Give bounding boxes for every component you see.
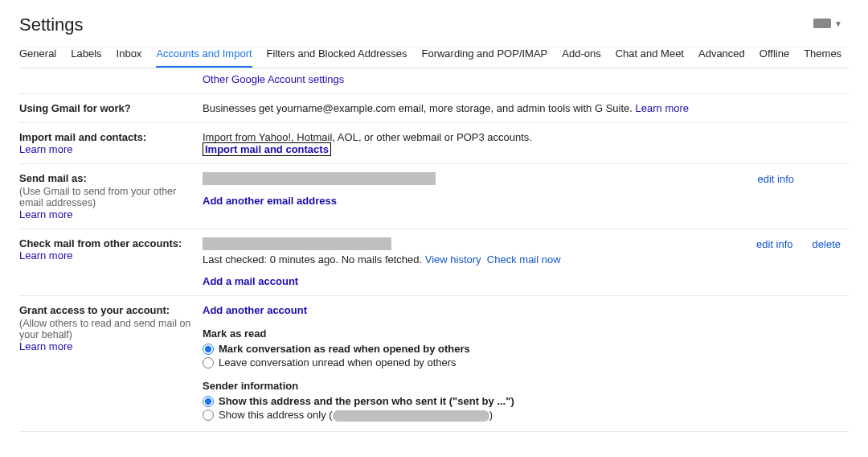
- tab-inbox[interactable]: Inbox: [117, 47, 142, 68]
- add-another-email-link[interactable]: Add another email address: [203, 195, 337, 207]
- send-as-edit-info-link[interactable]: edit info: [757, 173, 794, 185]
- mark-read-radio-2[interactable]: [203, 357, 214, 368]
- sender-info-label-1[interactable]: Show this address and the person who sen…: [219, 395, 514, 407]
- check-mail-learn-more-link[interactable]: Learn more: [19, 249, 72, 261]
- view-history-link[interactable]: View history: [425, 253, 481, 266]
- send-as-address-redacted: [203, 172, 436, 185]
- tab-themes[interactable]: Themes: [804, 47, 841, 68]
- sender-address-redacted: [333, 410, 489, 422]
- mark-read-label-1[interactable]: Mark conversation as read when opened by…: [219, 343, 470, 355]
- tab-labels[interactable]: Labels: [71, 47, 101, 68]
- send-mail-as-sublabel: (Use Gmail to send from your other email…: [19, 186, 203, 208]
- gmail-for-work-text: Businesses get yourname@example.com emai…: [203, 102, 636, 114]
- mark-read-label-2[interactable]: Leave conversation unread when opened by…: [219, 356, 457, 368]
- tab-forwarding[interactable]: Forwarding and POP/IMAP: [421, 47, 547, 68]
- add-another-account-link[interactable]: Add another account: [203, 304, 307, 316]
- check-mail-address-redacted: [203, 237, 391, 250]
- tab-general[interactable]: General: [19, 47, 56, 68]
- sender-info-radio-2[interactable]: [203, 410, 214, 421]
- section-check-mail: Check mail from other accounts: Learn mo…: [19, 228, 849, 295]
- tab-advanced[interactable]: Advanced: [698, 47, 745, 68]
- tab-chat[interactable]: Chat and Meet: [616, 47, 684, 68]
- section-grant-access: Grant access to your account: (Allow oth…: [19, 295, 849, 431]
- import-learn-more-link[interactable]: Learn more: [19, 143, 72, 155]
- settings-tabs: General Labels Inbox Accounts and Import…: [19, 47, 849, 68]
- import-mail-label: Import mail and contacts:: [19, 131, 203, 143]
- mark-as-read-heading: Mark as read: [203, 327, 849, 340]
- grant-access-learn-more-link[interactable]: Learn more: [19, 340, 72, 352]
- import-mail-contacts-link[interactable]: Import mail and contacts: [203, 142, 331, 156]
- keyboard-icon: [813, 19, 831, 28]
- check-mail-label: Check mail from other accounts:: [19, 237, 203, 249]
- section-send-mail-as: Send mail as: (Use Gmail to send from yo…: [19, 163, 849, 228]
- gmail-for-work-learn-more-link[interactable]: Learn more: [636, 102, 689, 114]
- check-mail-now-link[interactable]: Check mail now: [487, 253, 561, 266]
- tab-filters[interactable]: Filters and Blocked Addresses: [267, 47, 407, 68]
- import-description: Import from Yahoo!, Hotmail, AOL, or oth…: [203, 131, 849, 143]
- check-mail-delete-link[interactable]: delete: [813, 238, 841, 250]
- sender-info-label-2[interactable]: Show this address only (): [219, 409, 493, 422]
- account-settings-partial: Other Google Account settings: [19, 73, 849, 93]
- grant-access-label: Grant access to your account:: [19, 304, 203, 316]
- grant-access-sublabel: (Allow others to read and send mail on y…: [19, 318, 203, 340]
- page-title: Settings: [19, 0, 84, 47]
- check-mail-edit-info-link[interactable]: edit info: [756, 238, 793, 250]
- tab-accounts-import[interactable]: Accounts and Import: [156, 47, 252, 68]
- sender-info-heading: Sender information: [203, 380, 849, 392]
- section-gmail-for-work: Using Gmail for work? Businesses get you…: [19, 93, 849, 122]
- chevron-down-icon: ▼: [834, 19, 842, 28]
- tab-offline[interactable]: Offline: [760, 47, 789, 68]
- tab-addons[interactable]: Add-ons: [562, 47, 600, 68]
- sender-info-radio-1[interactable]: [203, 396, 214, 407]
- section-import-mail: Import mail and contacts: Learn more Imp…: [19, 122, 849, 163]
- other-google-account-settings-link[interactable]: Other Google Account settings: [203, 73, 849, 85]
- add-mail-account-link[interactable]: Add a mail account: [203, 275, 298, 287]
- send-mail-as-learn-more-link[interactable]: Learn more: [19, 208, 72, 220]
- last-checked-text: Last checked: 0 minutes ago. No mails fe…: [203, 253, 425, 266]
- mark-read-radio-1[interactable]: [203, 344, 214, 355]
- gmail-for-work-label: Using Gmail for work?: [19, 102, 203, 114]
- input-tools-selector[interactable]: ▼: [813, 19, 849, 28]
- send-mail-as-label: Send mail as:: [19, 172, 203, 184]
